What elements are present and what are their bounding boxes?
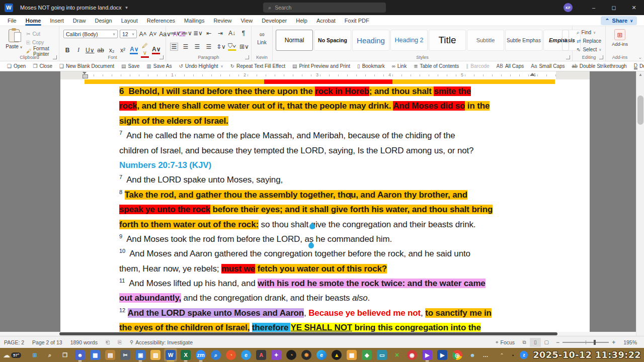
tab-developer[interactable]: Developer	[257, 15, 291, 26]
print-layout-icon[interactable]: ▯	[530, 338, 541, 347]
taskbar-task-view-icon[interactable]: ❐	[58, 348, 71, 361]
qat-item-undo-highlight[interactable]: ↺Undo Highlight∨	[176, 62, 226, 71]
taskbar-green-x-app-icon[interactable]: ✕	[390, 348, 404, 361]
tab-help[interactable]: Help	[291, 15, 312, 26]
line-spacing-button[interactable]: ⇕∨	[216, 43, 224, 50]
strikethrough-button[interactable]: ab	[97, 47, 105, 54]
taskbar-security-app-icon[interactable]: ◉	[406, 348, 419, 361]
tab-mailings[interactable]: Mailings	[180, 15, 209, 26]
style-subtle-emphas[interactable]: Subtle Emphas	[505, 30, 542, 51]
zoom-out-icon[interactable]: −	[556, 339, 559, 346]
superscript-button[interactable]: x²	[119, 47, 127, 54]
right-indent-marker[interactable]	[530, 73, 535, 76]
style-subtitle[interactable]: Subtitle	[467, 30, 504, 51]
tray-zoom-icon[interactable]: z	[520, 351, 528, 359]
zoom-percent[interactable]: 195%	[619, 339, 644, 345]
left-indent-marker[interactable]	[83, 72, 87, 78]
taskbar-word-icon[interactable]: W	[164, 348, 177, 361]
numbering-button[interactable]: ≕∨	[182, 30, 190, 37]
search-box[interactable]: ⌕ Search	[263, 3, 386, 13]
qat-item-print-preview-and-print[interactable]: ▤Print Preview and Print	[289, 62, 353, 71]
select-button[interactable]: ⇖Select∨	[577, 46, 601, 53]
taskbar-speedtest-icon[interactable]: ◔	[285, 348, 298, 361]
taskbar-display-app-icon[interactable]: ▭	[375, 348, 388, 361]
proofing-icon[interactable]: ⎗	[102, 339, 114, 345]
horizontal-ruler[interactable]: 123456	[60, 71, 590, 79]
qat-item-small-caps[interactable]: AaSmall Caps	[528, 62, 568, 71]
taskbar-overflow-button[interactable]: …	[479, 348, 492, 361]
subscript-button[interactable]: x₂	[108, 47, 116, 54]
font-size-select[interactable]: 12∨	[120, 30, 137, 38]
styles-more-button[interactable]: ⊽	[562, 30, 569, 51]
qat-item-all-caps[interactable]: ABAll Caps	[494, 62, 527, 71]
taskbar-people-icon[interactable]: ☻	[466, 348, 479, 361]
focus-button[interactable]: ⌖ Focus	[492, 339, 519, 345]
tab-insert[interactable]: Insert	[45, 15, 68, 26]
status-page-label[interactable]: PAGE: 2	[0, 339, 28, 345]
horizontal-scrollbar[interactable]	[0, 332, 636, 336]
zoom-slider[interactable]: − +	[556, 339, 615, 346]
taskbar-teams-icon[interactable]: ☻	[73, 348, 87, 361]
increase-indent-button[interactable]: ⇥	[216, 30, 224, 37]
maximize-button[interactable]: ◻	[604, 0, 624, 15]
borders-button[interactable]: ⊞∨	[239, 43, 248, 50]
taskbar-file-explorer-icon[interactable]: ▨	[149, 348, 162, 361]
tray-app-icon[interactable]: ▪	[509, 352, 517, 358]
font-color-button[interactable]: A∨	[152, 46, 160, 54]
bullets-button[interactable]: ≔∨	[170, 30, 178, 37]
qat-item-new-blank-document[interactable]: ❑New Blank Document	[56, 62, 117, 71]
accessibility-status[interactable]: ⚲ Accessibility: Investigate	[126, 339, 197, 345]
replace-button[interactable]: ⇄Replace	[577, 37, 601, 45]
tab-file[interactable]: File	[3, 15, 21, 26]
style-normal[interactable]: Normal	[276, 30, 313, 51]
align-center-button[interactable]: ☰	[182, 43, 190, 50]
tab-review[interactable]: Review	[209, 15, 236, 26]
taskbar-magnifier-app-icon[interactable]: ⌕	[209, 348, 222, 361]
editing-dialog-launcher[interactable]	[599, 55, 603, 59]
tab-view[interactable]: View	[236, 15, 257, 26]
scroll-up-icon[interactable]: ▲	[636, 71, 644, 78]
qat-item-close[interactable]: ❐Close	[30, 62, 55, 71]
style-heading-2[interactable]: Heading 2	[390, 30, 428, 51]
clipboard-dialog-launcher[interactable]	[53, 55, 57, 59]
status-page-of[interactable]: Page 2 of 13	[28, 339, 66, 345]
qat-item-save-as[interactable]: ▥Save As	[143, 62, 175, 71]
font-name-select[interactable]: Calibri (Body)∨	[63, 30, 118, 38]
style-heading[interactable]: Heading	[352, 30, 389, 51]
macro-icon[interactable]: ⎘	[114, 339, 126, 345]
taskbar-clock[interactable]: 2025-10-12 11:39:22	[533, 350, 641, 360]
paste-button[interactable]: Paste ∨	[5, 29, 23, 53]
tab-home[interactable]: Home	[21, 15, 46, 26]
align-left-button[interactable]: ☰	[170, 43, 178, 51]
taskbar-gnucash-icon[interactable]: ◆	[360, 348, 373, 361]
taskbar-microsoft-store-icon[interactable]: ▤	[104, 348, 117, 361]
qat-item-bookmark[interactable]: ▯Bookmark	[354, 62, 388, 71]
bold-button[interactable]: B	[63, 47, 71, 54]
find-button[interactable]: ⌕Find∨	[577, 29, 601, 36]
tab-layout[interactable]: Layout	[117, 15, 142, 26]
link-button[interactable]: ∞ Link	[252, 30, 272, 45]
decrease-indent-button[interactable]: ⇤	[205, 30, 213, 37]
tab-design[interactable]: Design	[90, 15, 116, 26]
show-marks-button[interactable]: ¶	[239, 30, 248, 37]
cut-button[interactable]: ✂Cut	[26, 30, 59, 38]
taskbar-chrome-icon[interactable]: ◎	[451, 348, 464, 361]
taskbar-excel-icon[interactable]: X	[179, 348, 192, 361]
zoom-slider-thumb[interactable]	[594, 340, 596, 345]
taskbar-purple-app-icon[interactable]: ✦	[270, 348, 283, 361]
user-avatar[interactable]: KF	[564, 3, 573, 12]
qat-item-open[interactable]: ❏Open	[4, 62, 29, 71]
align-right-button[interactable]: ☰	[193, 43, 201, 50]
minimize-button[interactable]: –	[584, 0, 604, 15]
taskbar-photos-icon[interactable]: ▣	[134, 348, 147, 361]
shading-button[interactable]: ⛉∨	[228, 42, 236, 51]
vertical-scroll-thumb[interactable]	[637, 96, 643, 125]
weather-widget[interactable]: ☁ 57°	[3, 351, 21, 359]
status-word-count[interactable]: 1890 words	[66, 339, 102, 345]
taskbar-edge-icon[interactable]: e	[315, 348, 328, 361]
qat-item-link[interactable]: ∞Link	[389, 62, 410, 71]
collapse-ribbon-icon[interactable]: ⌄	[638, 55, 642, 60]
styles-dialog-launcher[interactable]	[566, 55, 570, 59]
text-effects-button[interactable]: A∨	[130, 46, 138, 54]
share-button[interactable]: ⌃ Share ∨	[601, 16, 637, 25]
